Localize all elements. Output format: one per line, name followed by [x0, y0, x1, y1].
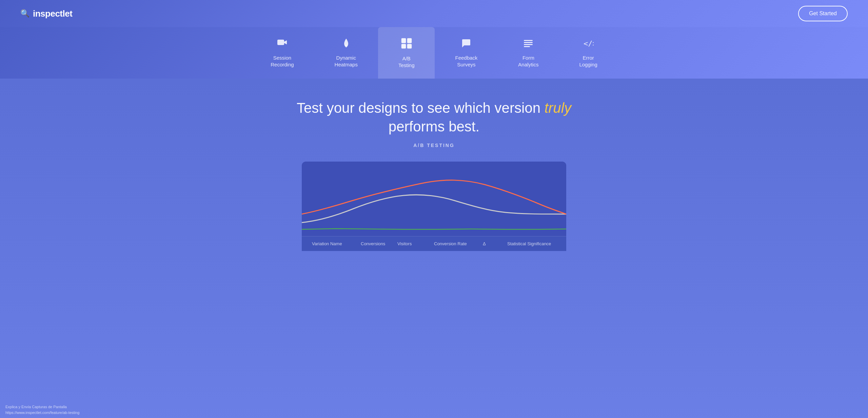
ab-testing-icon	[400, 37, 413, 52]
svg-rect-4	[407, 38, 412, 43]
nav-tabs: SessionRecording DynamicHeatmaps A/BTest…	[0, 27, 868, 79]
svg-marker-1	[284, 40, 287, 44]
col-visitors: Visitors	[397, 241, 434, 246]
svg-rect-9	[524, 44, 533, 45]
svg-text:</>: </>	[584, 39, 594, 48]
tab-session-recording[interactable]: SessionRecording	[250, 27, 314, 79]
dynamic-heatmaps-icon	[341, 38, 352, 51]
form-analytics-icon	[523, 38, 534, 51]
feature-label: A/B TESTING	[413, 143, 455, 148]
session-recording-icon	[277, 38, 288, 51]
bottom-bar-line1: Explica y Envía Capturas de Pantalla	[5, 404, 79, 410]
svg-rect-6	[407, 44, 412, 48]
tab-error-logging[interactable]: </> ErrorLogging	[559, 27, 617, 79]
feedback-surveys-icon	[461, 38, 472, 51]
col-conversions: Conversions	[361, 241, 397, 246]
svg-rect-8	[524, 42, 533, 43]
tab-form-analytics-label: FormAnalytics	[518, 55, 538, 68]
tab-dynamic-heatmaps-label: DynamicHeatmaps	[335, 55, 358, 68]
svg-rect-5	[401, 44, 406, 48]
col-variation-name: Variation Name	[312, 241, 361, 246]
tab-dynamic-heatmaps[interactable]: DynamicHeatmaps	[314, 27, 378, 79]
headline-highlight: truly	[545, 100, 571, 116]
table-header: Variation Name Conversions Visitors Conv…	[302, 236, 566, 251]
col-delta: Δ	[483, 241, 507, 246]
search-icon: 🔍	[20, 9, 29, 18]
tab-feedback-surveys-label: FeedbackSurveys	[455, 55, 477, 68]
svg-rect-3	[401, 38, 406, 43]
tab-error-logging-label: ErrorLogging	[579, 55, 597, 68]
tab-ab-testing[interactable]: A/BTesting	[378, 27, 435, 79]
header: 🔍 inspectlet Get Started	[0, 0, 868, 27]
bottom-bar-line2: https://www.inspectlet.com/feature/ab-te…	[5, 410, 79, 416]
svg-rect-0	[277, 40, 284, 45]
svg-point-2	[345, 45, 348, 46]
tab-form-analytics[interactable]: FormAnalytics	[498, 27, 559, 79]
logo-area: 🔍 inspectlet	[20, 8, 72, 19]
headline-after: performs best.	[389, 119, 479, 134]
logo-text: inspectlet	[33, 8, 72, 19]
tab-ab-testing-label: A/BTesting	[398, 55, 415, 68]
bottom-bar: Explica y Envía Capturas de Pantalla htt…	[0, 401, 85, 418]
svg-rect-10	[524, 46, 530, 47]
col-statistical-significance: Statistical Significance	[507, 241, 556, 246]
ab-chart	[302, 162, 566, 236]
tab-feedback-surveys[interactable]: FeedbackSurveys	[435, 27, 498, 79]
col-conversion-rate: Conversion Rate	[434, 241, 483, 246]
chart-svg	[302, 162, 566, 236]
get-started-button[interactable]: Get Started	[798, 6, 848, 21]
main-content: Test your designs to see which version t…	[0, 79, 868, 418]
headline-before: Test your designs to see which version	[297, 100, 545, 116]
svg-rect-7	[524, 40, 533, 41]
error-logging-icon: </>	[583, 38, 594, 51]
hero-headline: Test your designs to see which version t…	[281, 99, 587, 136]
tab-session-recording-label: SessionRecording	[271, 55, 294, 68]
